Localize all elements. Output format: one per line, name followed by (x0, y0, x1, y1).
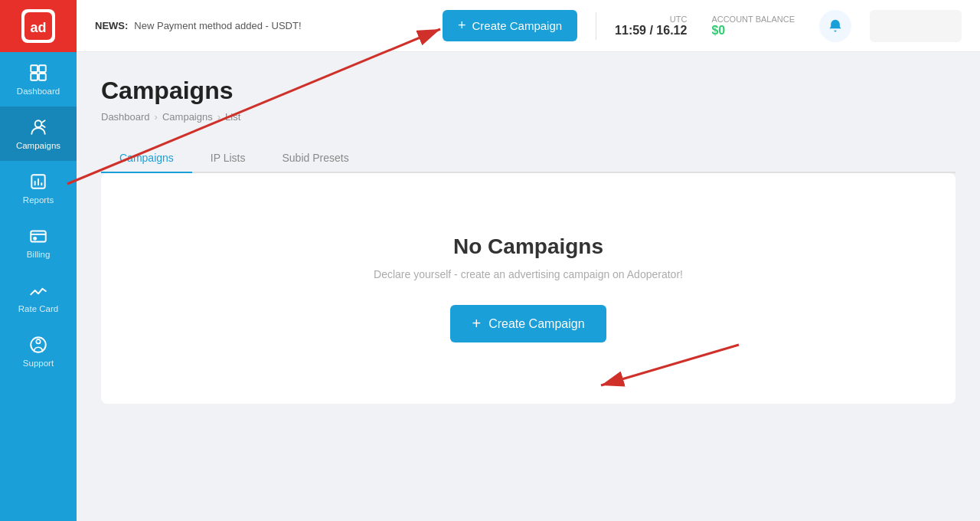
sidebar-item-support-label: Support (23, 359, 54, 368)
news-text: New Payment method added - USDT! (134, 20, 301, 31)
page-title: Campaigns (101, 77, 956, 105)
svg-rect-8 (31, 231, 46, 242)
svg-point-9 (34, 238, 36, 240)
topbar-create-campaign-button[interactable]: + Create Campaign (443, 10, 577, 41)
svg-rect-2 (31, 65, 38, 72)
sidebar-item-campaigns[interactable]: Campaigns (0, 106, 77, 161)
reports-icon (28, 172, 48, 192)
sidebar-item-reports-label: Reports (23, 195, 54, 205)
utc-time: 11:59 / 16.12 (615, 24, 687, 38)
rate-card-icon (28, 280, 48, 300)
breadcrumb-dashboard[interactable]: Dashboard (101, 111, 150, 123)
sidebar-item-support[interactable]: Support (0, 324, 77, 378)
breadcrumb-sep-1: › (155, 111, 158, 123)
svg-text:ad: ad (30, 20, 46, 35)
svg-rect-4 (31, 74, 38, 80)
breadcrumb: Dashboard › Campaigns › List (101, 111, 956, 123)
svg-point-11 (36, 339, 40, 343)
sidebar-item-dashboard-label: Dashboard (17, 87, 60, 96)
svg-rect-3 (39, 65, 46, 72)
breadcrumb-sep-2: › (217, 111, 220, 123)
topbar-divider (596, 12, 596, 40)
plus-icon: + (458, 18, 466, 34)
breadcrumb-list: List (225, 111, 240, 123)
topbar-news: NEWS: New Payment method added - USDT! (95, 20, 430, 31)
bell-icon (828, 18, 843, 34)
support-icon (28, 335, 48, 355)
svg-point-6 (35, 120, 42, 127)
account-label: ACCOUNT BALANCE (711, 15, 795, 24)
notifications-button[interactable] (819, 10, 851, 42)
sidebar: ad Dashboard Campaigns Reports (0, 0, 77, 521)
user-avatar[interactable] (870, 10, 962, 42)
sidebar-item-billing-label: Billing (27, 250, 51, 259)
empty-state-title: No Campaigns (453, 234, 603, 259)
sidebar-logo: ad (0, 0, 77, 52)
tab-ip-lists[interactable]: IP Lists (192, 144, 264, 173)
main-content: NEWS: New Payment method added - USDT! +… (77, 0, 980, 521)
sidebar-item-rate-card[interactable]: Rate Card (0, 270, 77, 324)
campaigns-icon (28, 117, 48, 137)
billing-icon (28, 226, 48, 246)
topbar: NEWS: New Payment method added - USDT! +… (77, 0, 980, 52)
svg-rect-5 (39, 74, 46, 80)
account-balance-value: $0 (711, 24, 795, 38)
sidebar-item-dashboard[interactable]: Dashboard (0, 52, 77, 106)
account-balance-section: ACCOUNT BALANCE $0 (711, 15, 795, 38)
breadcrumb-campaigns[interactable]: Campaigns (162, 111, 213, 123)
logo-icon: ad (21, 9, 55, 43)
tab-subid-presets[interactable]: Subid Presets (263, 144, 367, 173)
tab-campaigns[interactable]: Campaigns (101, 144, 192, 173)
page-content: Campaigns Dashboard › Campaigns › List C… (77, 52, 980, 521)
create-campaign-button[interactable]: + Create Campaign (450, 305, 606, 342)
sidebar-item-rate-card-label: Rate Card (18, 304, 58, 313)
empty-state-card: No Campaigns Declare yourself - create a… (101, 173, 956, 404)
create-campaign-label: Create Campaign (488, 317, 584, 331)
dashboard-icon (28, 63, 48, 83)
topbar-create-campaign-label: Create Campaign (472, 19, 563, 32)
news-label: NEWS: (95, 20, 128, 31)
utc-section: UTC 11:59 / 16.12 (615, 15, 687, 38)
tabs: Campaigns IP Lists Subid Presets (101, 144, 956, 173)
sidebar-item-billing[interactable]: Billing (0, 215, 77, 270)
sidebar-item-reports[interactable]: Reports (0, 161, 77, 215)
create-plus-icon: + (472, 315, 481, 333)
utc-label: UTC (615, 15, 687, 24)
empty-state-description: Declare yourself - create an advertising… (374, 268, 683, 280)
sidebar-item-campaigns-label: Campaigns (16, 141, 60, 150)
